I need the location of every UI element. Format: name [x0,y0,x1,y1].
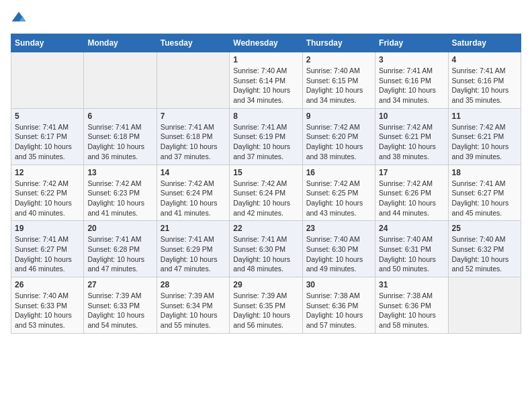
day-cell: 17Sunrise: 7:42 AM Sunset: 6:26 PM Dayli… [375,165,448,221]
day-number: 17 [379,168,444,177]
day-cell: 5Sunrise: 7:41 AM Sunset: 6:17 PM Daylig… [11,108,84,165]
day-number: 2 [306,55,371,64]
day-cell: 29Sunrise: 7:39 AM Sunset: 6:35 PM Dayli… [230,277,302,334]
day-info: Sunrise: 7:42 AM Sunset: 6:22 PM Dayligh… [15,179,80,218]
day-number: 6 [87,111,152,121]
day-cell: 9Sunrise: 7:42 AM Sunset: 6:20 PM Daylig… [302,108,375,165]
day-number: 8 [233,111,298,121]
day-cell: 21Sunrise: 7:41 AM Sunset: 6:29 PM Dayli… [157,221,229,277]
day-number: 9 [306,111,371,121]
week-row-4: 19Sunrise: 7:41 AM Sunset: 6:27 PM Dayli… [11,221,521,277]
calendar-table: SundayMondayTuesdayWednesdayThursdayFrid… [11,34,521,334]
day-info: Sunrise: 7:41 AM Sunset: 6:18 PM Dayligh… [161,122,226,162]
day-number: 22 [233,224,298,233]
week-row-5: 26Sunrise: 7:40 AM Sunset: 6:33 PM Dayli… [11,277,521,334]
day-info: Sunrise: 7:40 AM Sunset: 6:14 PM Dayligh… [233,66,298,105]
day-number: 16 [306,168,371,177]
day-cell: 1Sunrise: 7:40 AM Sunset: 6:14 PM Daylig… [230,52,302,109]
day-number: 14 [161,168,226,177]
day-info: Sunrise: 7:42 AM Sunset: 6:21 PM Dayligh… [379,122,444,162]
logo [11,11,30,27]
header-row: SundayMondayTuesdayWednesdayThursdayFrid… [11,34,521,52]
day-info: Sunrise: 7:40 AM Sunset: 6:31 PM Dayligh… [379,234,444,274]
day-info: Sunrise: 7:39 AM Sunset: 6:35 PM Dayligh… [233,291,298,330]
day-cell: 20Sunrise: 7:41 AM Sunset: 6:28 PM Dayli… [84,221,157,277]
day-number: 23 [306,224,371,233]
col-header-thursday: Thursday [302,34,375,52]
day-cell: 16Sunrise: 7:42 AM Sunset: 6:25 PM Dayli… [302,165,375,221]
day-info: Sunrise: 7:42 AM Sunset: 6:24 PM Dayligh… [233,179,298,218]
day-cell: 3Sunrise: 7:41 AM Sunset: 6:16 PM Daylig… [375,52,448,109]
day-info: Sunrise: 7:41 AM Sunset: 6:16 PM Dayligh… [452,66,517,105]
day-number: 28 [161,280,226,289]
day-number: 26 [15,280,80,289]
col-header-saturday: Saturday [448,34,521,52]
day-number: 21 [161,224,226,233]
day-info: Sunrise: 7:40 AM Sunset: 6:32 PM Dayligh… [452,234,517,274]
day-number: 13 [87,168,152,177]
week-row-1: 1Sunrise: 7:40 AM Sunset: 6:14 PM Daylig… [11,52,521,109]
day-number: 5 [15,111,80,121]
day-number: 4 [452,55,517,64]
day-number: 3 [379,55,444,64]
day-cell [157,52,229,109]
day-cell: 14Sunrise: 7:42 AM Sunset: 6:24 PM Dayli… [157,165,229,221]
day-info: Sunrise: 7:41 AM Sunset: 6:17 PM Dayligh… [15,122,80,162]
day-info: Sunrise: 7:38 AM Sunset: 6:36 PM Dayligh… [306,291,371,330]
week-row-3: 12Sunrise: 7:42 AM Sunset: 6:22 PM Dayli… [11,165,521,221]
day-cell: 4Sunrise: 7:41 AM Sunset: 6:16 PM Daylig… [448,52,521,109]
day-number: 10 [379,111,444,121]
day-cell: 22Sunrise: 7:41 AM Sunset: 6:30 PM Dayli… [230,221,302,277]
day-info: Sunrise: 7:42 AM Sunset: 6:20 PM Dayligh… [306,122,371,162]
day-cell: 28Sunrise: 7:39 AM Sunset: 6:34 PM Dayli… [157,277,229,334]
day-info: Sunrise: 7:41 AM Sunset: 6:18 PM Dayligh… [87,122,152,162]
day-info: Sunrise: 7:41 AM Sunset: 6:27 PM Dayligh… [452,179,517,218]
day-cell [84,52,157,109]
day-cell: 2Sunrise: 7:40 AM Sunset: 6:15 PM Daylig… [302,52,375,109]
day-number: 12 [15,168,80,177]
day-number: 7 [161,111,226,121]
day-cell: 18Sunrise: 7:41 AM Sunset: 6:27 PM Dayli… [448,165,521,221]
day-info: Sunrise: 7:42 AM Sunset: 6:21 PM Dayligh… [452,122,517,162]
day-info: Sunrise: 7:40 AM Sunset: 6:15 PM Dayligh… [306,66,371,105]
day-number: 20 [87,224,152,233]
day-number: 25 [452,224,517,233]
day-number: 29 [233,280,298,289]
day-cell: 26Sunrise: 7:40 AM Sunset: 6:33 PM Dayli… [11,277,84,334]
day-number: 11 [452,111,517,121]
day-info: Sunrise: 7:41 AM Sunset: 6:19 PM Dayligh… [233,122,298,162]
day-cell: 12Sunrise: 7:42 AM Sunset: 6:22 PM Dayli… [11,165,84,221]
day-info: Sunrise: 7:41 AM Sunset: 6:16 PM Dayligh… [379,66,444,105]
day-info: Sunrise: 7:41 AM Sunset: 6:29 PM Dayligh… [161,234,226,274]
day-cell: 19Sunrise: 7:41 AM Sunset: 6:27 PM Dayli… [11,221,84,277]
day-info: Sunrise: 7:38 AM Sunset: 6:36 PM Dayligh… [379,291,444,330]
day-cell [11,52,84,109]
day-info: Sunrise: 7:39 AM Sunset: 6:33 PM Dayligh… [87,291,152,330]
day-cell: 15Sunrise: 7:42 AM Sunset: 6:24 PM Dayli… [230,165,302,221]
col-header-wednesday: Wednesday [230,34,302,52]
week-row-2: 5Sunrise: 7:41 AM Sunset: 6:17 PM Daylig… [11,108,521,165]
day-info: Sunrise: 7:40 AM Sunset: 6:33 PM Dayligh… [15,291,80,330]
col-header-friday: Friday [375,34,448,52]
day-number: 15 [233,168,298,177]
day-cell: 24Sunrise: 7:40 AM Sunset: 6:31 PM Dayli… [375,221,448,277]
col-header-monday: Monday [84,34,157,52]
day-cell: 25Sunrise: 7:40 AM Sunset: 6:32 PM Dayli… [448,221,521,277]
day-cell: 6Sunrise: 7:41 AM Sunset: 6:18 PM Daylig… [84,108,157,165]
day-number: 19 [15,224,80,233]
day-cell: 30Sunrise: 7:38 AM Sunset: 6:36 PM Dayli… [302,277,375,334]
day-number: 30 [306,280,371,289]
logo-icon [11,11,27,27]
day-cell: 8Sunrise: 7:41 AM Sunset: 6:19 PM Daylig… [230,108,302,165]
day-info: Sunrise: 7:42 AM Sunset: 6:23 PM Dayligh… [87,179,152,218]
page-header [11,11,521,27]
day-cell: 10Sunrise: 7:42 AM Sunset: 6:21 PM Dayli… [375,108,448,165]
day-number: 1 [233,55,298,64]
col-header-tuesday: Tuesday [157,34,229,52]
day-info: Sunrise: 7:42 AM Sunset: 6:26 PM Dayligh… [379,179,444,218]
day-info: Sunrise: 7:41 AM Sunset: 6:28 PM Dayligh… [87,234,152,274]
day-cell: 13Sunrise: 7:42 AM Sunset: 6:23 PM Dayli… [84,165,157,221]
day-number: 18 [452,168,517,177]
day-info: Sunrise: 7:42 AM Sunset: 6:24 PM Dayligh… [161,179,226,218]
day-info: Sunrise: 7:42 AM Sunset: 6:25 PM Dayligh… [306,179,371,218]
